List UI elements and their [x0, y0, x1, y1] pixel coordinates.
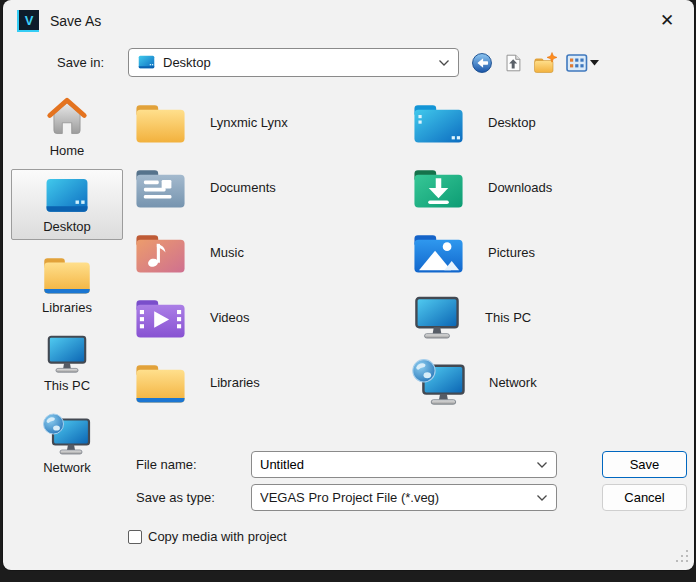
chevron-down-icon	[536, 461, 548, 469]
home-icon	[44, 94, 90, 140]
save-as-dialog: V Save As ✕ Save in: Desktop	[3, 0, 694, 570]
back-button[interactable]	[470, 51, 494, 75]
libraries-folder-icon	[133, 360, 188, 406]
downloads-folder-icon	[411, 165, 466, 211]
place-label: Libraries	[42, 300, 92, 315]
file-item-lynxmic-lynx[interactable]: Lynxmic Lynx	[133, 90, 411, 155]
places-bar: Home Desktop Libraries	[11, 86, 123, 481]
this-pc-icon	[44, 334, 90, 375]
file-item-label: Videos	[210, 310, 250, 325]
desktop-small-icon	[137, 55, 156, 70]
place-home[interactable]: Home	[11, 86, 123, 164]
save-in-value: Desktop	[163, 55, 211, 70]
place-label: Desktop	[43, 219, 91, 234]
navigation-toolbar	[470, 50, 600, 76]
file-item-downloads[interactable]: Downloads	[411, 155, 689, 220]
place-label: Home	[50, 143, 85, 158]
chevron-down-icon	[536, 494, 548, 502]
file-item-desktop[interactable]: Desktop	[411, 90, 689, 155]
title-bar[interactable]: V Save As	[3, 0, 694, 42]
this-pc-icon	[411, 295, 463, 341]
file-item-videos[interactable]: Videos	[133, 285, 411, 350]
file-list: Lynxmic Lynx Documents	[133, 90, 689, 420]
vegas-logo-icon: V	[17, 10, 39, 32]
file-item-label: This PC	[485, 310, 531, 325]
file-item-libraries[interactable]: Libraries	[133, 350, 411, 415]
desktop-folder-icon	[411, 100, 466, 146]
desktop-background: V Save As ✕ Save in: Desktop	[0, 0, 696, 582]
chevron-down-icon	[438, 59, 450, 67]
file-item-pictures[interactable]: Pictures	[411, 220, 689, 285]
back-icon	[471, 52, 493, 74]
file-name-label: File name:	[136, 457, 197, 472]
file-item-label: Documents	[210, 180, 276, 195]
pictures-folder-icon	[411, 230, 466, 276]
file-item-music[interactable]: Music	[133, 220, 411, 285]
network-icon	[411, 358, 467, 407]
save-as-type-label: Save as type:	[136, 490, 215, 505]
file-item-label: Libraries	[210, 375, 260, 390]
file-item-this-pc[interactable]: This PC	[411, 285, 689, 350]
create-new-folder-icon	[533, 52, 557, 74]
place-label: Network	[43, 460, 91, 475]
up-one-level-button[interactable]	[501, 51, 525, 75]
save-in-label: Save in:	[3, 55, 115, 70]
view-menu-button[interactable]	[565, 53, 600, 74]
window-title: Save As	[50, 13, 101, 29]
place-this-pc[interactable]: This PC	[11, 326, 123, 399]
create-new-folder-button[interactable]	[532, 51, 558, 75]
music-folder-icon	[133, 230, 188, 276]
file-item-network[interactable]: Network	[411, 350, 689, 415]
copy-media-checkbox[interactable]	[128, 530, 142, 544]
dropdown-arrow-icon	[590, 60, 599, 66]
file-item-label: Pictures	[488, 245, 535, 260]
save-button[interactable]: Save	[602, 451, 687, 478]
file-item-label: Desktop	[488, 115, 536, 130]
copy-media-label: Copy media with project	[148, 529, 287, 544]
file-item-label: Lynxmic Lynx	[210, 115, 288, 130]
file-item-label: Network	[489, 375, 537, 390]
place-network[interactable]: Network	[11, 404, 123, 481]
videos-folder-icon	[133, 295, 188, 341]
network-icon	[42, 412, 92, 457]
copy-media-row[interactable]: Copy media with project	[128, 529, 287, 544]
save-as-type-combobox[interactable]: VEGAS Pro Project File (*.veg)	[251, 484, 557, 511]
place-desktop[interactable]: Desktop	[11, 169, 123, 240]
save-as-type-value: VEGAS Pro Project File (*.veg)	[260, 490, 439, 505]
close-button[interactable]: ✕	[650, 5, 684, 35]
up-one-level-icon	[502, 52, 524, 74]
folder-icon	[133, 100, 188, 146]
cancel-button[interactable]: Cancel	[602, 484, 687, 511]
desktop-icon	[42, 177, 92, 216]
libraries-icon	[41, 253, 93, 297]
resize-grip[interactable]	[675, 549, 688, 562]
view-menu-icon	[566, 54, 588, 73]
place-label: This PC	[44, 378, 90, 393]
file-item-documents[interactable]: Documents	[133, 155, 411, 220]
documents-folder-icon	[133, 165, 188, 211]
save-in-combobox[interactable]: Desktop	[128, 48, 459, 77]
file-item-label: Downloads	[488, 180, 552, 195]
file-item-label: Music	[210, 245, 244, 260]
file-name-combobox[interactable]	[251, 451, 557, 478]
place-libraries[interactable]: Libraries	[11, 245, 123, 321]
file-name-input[interactable]	[260, 457, 536, 472]
